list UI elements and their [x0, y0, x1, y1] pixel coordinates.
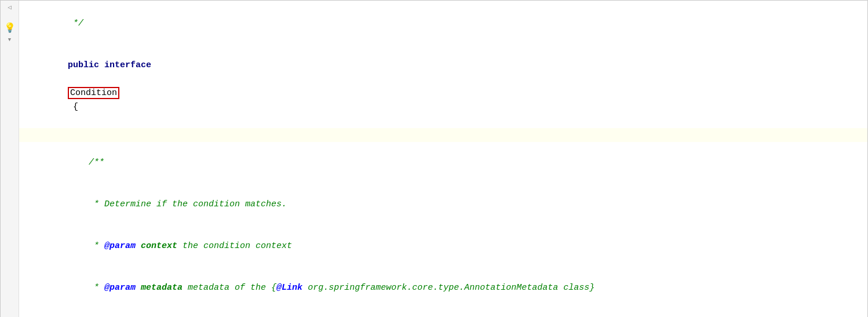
link-class-7: org.springframework.core.type.Annotation… [308, 283, 558, 293]
param-meta-pre: metadata of the { [183, 283, 276, 293]
tag-param-6: @param [104, 241, 136, 251]
gutter-line-9 [6, 88, 14, 96]
code-line-6: * @param context the condition context [19, 225, 867, 267]
keyword-public: public interface [68, 60, 151, 70]
comment-line-5: * Determine if the condition matches. [68, 199, 287, 209]
space [68, 74, 73, 84]
gutter-line-8 [6, 77, 14, 85]
param-metadata: metadata [141, 283, 183, 293]
gutter-line-13 [6, 129, 14, 137]
classname-condition: Condition [68, 87, 119, 99]
arrow-left-icon: ◁ [8, 3, 12, 13]
gutter-line-6 [6, 56, 14, 64]
comment-star-6: * [68, 241, 104, 251]
param-context: context [141, 241, 177, 251]
param-desc-6: the condition context [177, 241, 292, 251]
code-content: */ public interface Condition { /** [19, 1, 867, 317]
bulb-icon[interactable]: 💡 [4, 21, 16, 37]
code-line-7: * @param metadata metadata of the {@Link… [19, 267, 867, 309]
code-line-4: /** [19, 142, 867, 184]
space-7 [136, 283, 141, 293]
gutter-line-12 [6, 119, 14, 127]
gutter-line-14 [6, 140, 14, 148]
editor-gutter: ◁ 💡 ▼ [1, 1, 19, 317]
gutter-line-5 [6, 46, 14, 54]
javadoc-start: /** [68, 158, 104, 167]
fold-arrow-icon: ▼ [8, 36, 11, 44]
code-line-1: */ [19, 3, 867, 45]
code-line-5: * Determine if the condition matches. [19, 184, 867, 225]
code-line-3 [19, 128, 867, 142]
comment-star-7: * [68, 283, 104, 293]
brace-open: { [68, 102, 78, 112]
gutter-line-10 [6, 98, 14, 106]
link-post-7: class} [558, 283, 595, 293]
code-editor: ◁ 💡 ▼ */ pub [0, 0, 868, 317]
gutter-line-4: ▼ [6, 35, 14, 43]
space-link-7 [302, 283, 308, 293]
link-tag-7: @Link [276, 283, 302, 293]
gutter-line-7 [6, 67, 14, 75]
gutter-line-11 [6, 108, 14, 116]
code-line-8: * or {@Link org.springframework.core.typ… [19, 309, 867, 317]
space-6 [136, 241, 141, 251]
tag-param-7: @param [104, 283, 136, 293]
code-line-2: public interface Condition { [19, 45, 867, 128]
gutter-line-3[interactable]: 💡 [6, 25, 14, 33]
comment-end-1: */ [68, 19, 83, 28]
gutter-line-1: ◁ [6, 4, 14, 12]
